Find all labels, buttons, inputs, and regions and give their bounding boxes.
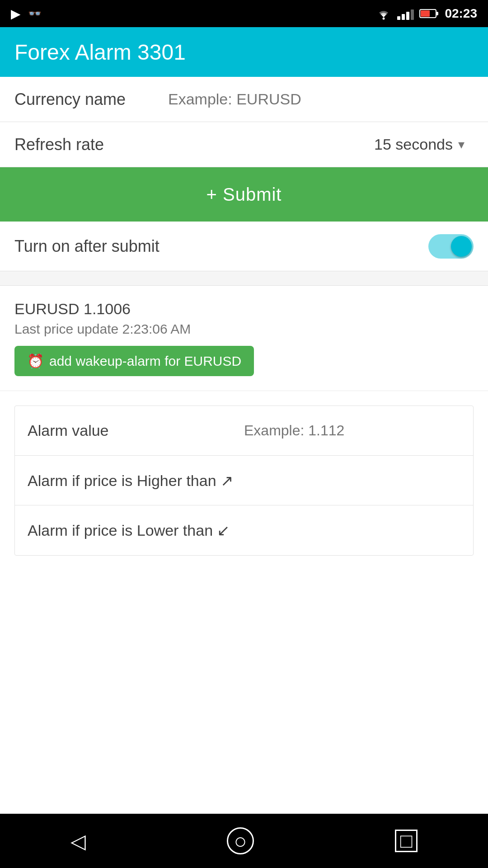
alarm-value-input[interactable] [244,422,460,439]
alarm-clock-icon: ⏰ [27,353,44,369]
status-bar-left: ▶ 👓 [11,6,42,21]
app-title: Forex Alarm 3301 [14,40,186,65]
section-divider [0,271,488,286]
wakeup-alarm-button[interactable]: ⏰ add wakeup-alarm for EURUSD [14,346,254,376]
last-price-update: Last price update 2:23:06 AM [14,321,474,337]
currency-name-label: Currency name [14,90,168,109]
recent-nav-button[interactable]: □ [395,830,418,852]
refresh-rate-value: 15 seconds [374,136,453,153]
alarm-lower-than-label: Alarm if price is Lower than ↙ [28,521,460,539]
chevron-down-icon: ▾ [458,137,465,152]
alarm-card: Alarm value Alarm if price is Higher tha… [14,406,474,556]
toggle-switch[interactable] [428,234,474,259]
bottom-nav: ◁ ○ □ [0,814,488,868]
svg-point-0 [383,18,385,20]
alarm-lower-than-row[interactable]: Alarm if price is Lower than ↙ [15,505,473,555]
status-time: 02:23 [445,6,477,21]
currency-info-section: EURUSD 1.1006 Last price update 2:23:06 … [0,286,488,391]
currency-pair: EURUSD 1.1006 [14,300,474,318]
svg-rect-3 [421,10,430,17]
currency-name-row: Currency name [0,77,488,122]
glasses-icon: 👓 [28,7,42,20]
home-nav-button[interactable]: ○ [227,827,254,854]
alarm-higher-than-label: Alarm if price is Higher than ↗ [28,472,460,490]
wakeup-alarm-label: add wakeup-alarm for EURUSD [49,354,241,369]
signal-icon [397,7,414,20]
back-nav-button[interactable]: ◁ [70,830,86,853]
svg-rect-2 [436,12,438,15]
refresh-rate-row: Refresh rate 15 seconds ▾ [0,122,488,167]
battery-icon [419,8,439,19]
currency-name-input[interactable] [168,87,474,112]
submit-button[interactable]: + Submit [0,167,488,222]
status-bar-right: 02:23 [375,6,477,21]
submit-label: + Submit [206,184,282,205]
toggle-row: Turn on after submit [0,222,488,271]
alarm-value-row: Alarm value [15,406,473,456]
refresh-rate-label: Refresh rate [14,135,365,154]
toggle-label: Turn on after submit [14,237,428,256]
play-icon: ▶ [11,6,21,21]
content-spacer [0,570,488,814]
toggle-thumb [451,236,472,257]
wifi-icon [375,7,392,20]
alarm-higher-than-row[interactable]: Alarm if price is Higher than ↗ [15,456,473,505]
app-bar: Forex Alarm 3301 [0,27,488,77]
alarm-value-label: Alarm value [28,422,244,439]
refresh-rate-dropdown[interactable]: 15 seconds ▾ [365,130,474,159]
status-bar: ▶ 👓 02:23 [0,0,488,27]
